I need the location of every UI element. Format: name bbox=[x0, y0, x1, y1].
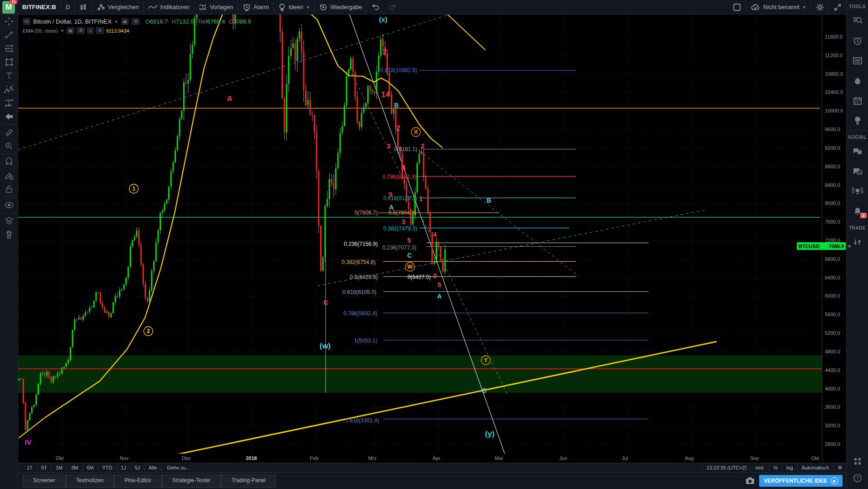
interval-3M[interactable]: 3M bbox=[67, 465, 83, 471]
goto-date-button[interactable]: Gehe zu... bbox=[161, 465, 195, 470]
tool-shapes[interactable] bbox=[0, 55, 18, 69]
scale-option-verl[interactable]: verl. bbox=[751, 465, 769, 471]
tab-textnotizen[interactable]: Textnotizen bbox=[66, 474, 114, 488]
interval-Alle[interactable]: Alle bbox=[145, 465, 161, 471]
save-layout-button[interactable]: Nicht benannt ▼ bbox=[746, 0, 811, 15]
symbol-title[interactable]: Bitcoin / Dollar, 1D, BITFINEX bbox=[33, 18, 112, 25]
tool-remove-all[interactable] bbox=[0, 228, 18, 241]
publish-idea-button[interactable]: VERÖFFENTLICHE IDEE ▶ bbox=[759, 475, 843, 487]
chevron-down-icon[interactable]: ▼ bbox=[60, 29, 64, 33]
indicators-button[interactable]: Indikatoren bbox=[144, 0, 194, 15]
price-tick-label: 5600.0 bbox=[825, 312, 840, 317]
user-avatar[interactable]: M 11 bbox=[2, 1, 15, 14]
tool-zoom-in[interactable] bbox=[0, 139, 18, 153]
source-code-icon[interactable]: ≡ bbox=[87, 27, 93, 34]
tool-ruler[interactable] bbox=[0, 126, 18, 139]
scale-option-%[interactable]: % bbox=[769, 465, 782, 471]
candle-down bbox=[318, 171, 319, 225]
templates-button[interactable]: Vorlagen bbox=[195, 0, 238, 15]
eye-icon[interactable]: ◉ bbox=[67, 27, 75, 34]
extensions-button[interactable] bbox=[853, 457, 862, 467]
tab-strategie-tester[interactable]: Strategie-Tester bbox=[162, 474, 221, 488]
interval-6M[interactable]: 6M bbox=[83, 465, 98, 471]
alert-button[interactable]: Alarm bbox=[238, 0, 273, 15]
alerts-widget-button[interactable] bbox=[847, 31, 868, 51]
tool-hide-all[interactable] bbox=[0, 198, 18, 212]
eye-icon[interactable]: ◉ bbox=[121, 18, 129, 25]
undo-button[interactable] bbox=[367, 0, 384, 15]
public-chat-button[interactable] bbox=[847, 142, 868, 161]
tab-screener[interactable]: Screener bbox=[23, 474, 66, 488]
fib-label: 0(7806.7) bbox=[355, 210, 378, 216]
snapshot-button[interactable] bbox=[746, 477, 755, 485]
wave-label: 2 bbox=[147, 328, 150, 334]
tool-drawing-lock[interactable] bbox=[0, 169, 18, 182]
clock[interactable]: 13:22:35 (UTC+2) bbox=[702, 465, 751, 471]
screener-widget-button[interactable] bbox=[847, 11, 868, 31]
tab-pine-editor[interactable]: Pine-Editor bbox=[114, 474, 161, 488]
wave-label: X bbox=[414, 128, 418, 135]
notes-widget-button[interactable] bbox=[847, 51, 868, 71]
calendar-widget-button[interactable] bbox=[847, 91, 868, 111]
tool-text[interactable] bbox=[0, 69, 18, 83]
time-axis[interactable]: OktNovDez2018FebMrzAprMaiJunJulAugSepOkt bbox=[18, 454, 822, 463]
candle-up bbox=[35, 395, 37, 405]
sidebar-collapse-arrow[interactable]: ◀ bbox=[847, 244, 850, 248]
tool-lock-all[interactable] bbox=[0, 182, 18, 196]
candles-icon bbox=[79, 3, 88, 11]
replay-button[interactable]: Wiedergabe bbox=[315, 0, 366, 15]
streams-button[interactable] bbox=[847, 181, 868, 201]
lightbulb-icon bbox=[278, 3, 286, 11]
close-icon[interactable]: ✕ bbox=[96, 27, 103, 34]
tool-crosshair[interactable] bbox=[0, 15, 18, 28]
chart-properties-button[interactable] bbox=[811, 0, 829, 15]
interval-button[interactable]: D bbox=[61, 0, 74, 15]
indicator-title[interactable]: EMA (55, close) bbox=[23, 28, 58, 34]
tool-magnet[interactable] bbox=[0, 155, 18, 169]
candle-up bbox=[181, 111, 182, 119]
candle-down bbox=[138, 230, 140, 244]
gear-icon[interactable]: ⚙ bbox=[132, 18, 140, 25]
trading-panel-button[interactable] bbox=[847, 232, 868, 252]
compare-button[interactable]: Vergleichen bbox=[93, 0, 143, 15]
legend-collapse-icon[interactable]: ⊟ bbox=[23, 18, 30, 25]
chart-style-button[interactable] bbox=[75, 0, 92, 15]
price-tick-label: 6800.0 bbox=[825, 256, 840, 262]
ideas-widget-button[interactable] bbox=[847, 111, 868, 131]
tool-fib-retracement[interactable] bbox=[0, 42, 18, 55]
fib-retracement-icon bbox=[5, 44, 14, 53]
chart-canvas[interactable]: 0.618(10882.8)0(9181.1)0.786(8591.3)0.61… bbox=[18, 15, 822, 463]
fullscreen-button[interactable] bbox=[829, 0, 846, 15]
interval-5J[interactable]: 5J bbox=[131, 465, 145, 471]
close-value: 7086.9 bbox=[233, 18, 251, 25]
tool-trend-line[interactable] bbox=[0, 28, 18, 42]
candle-up bbox=[160, 213, 161, 230]
candle-down bbox=[359, 122, 360, 127]
axis-settings-button[interactable]: ⚙ bbox=[833, 465, 846, 471]
interval-1M[interactable]: 1M bbox=[52, 465, 67, 471]
tool-arrow-back[interactable] bbox=[0, 110, 18, 123]
interval-YTD[interactable]: YTD bbox=[98, 465, 117, 471]
layout-select-button[interactable] bbox=[728, 0, 746, 15]
tool-prediction[interactable] bbox=[0, 96, 18, 110]
zoom-in-icon bbox=[5, 142, 14, 151]
question-mark-icon: ? bbox=[853, 474, 862, 483]
hotlists-widget-button[interactable] bbox=[847, 71, 868, 91]
tab-trading-panel[interactable]: Trading-Panel bbox=[221, 474, 276, 488]
interval-1J[interactable]: 1J bbox=[117, 465, 131, 471]
ideas-button[interactable]: Ideen ▼ bbox=[274, 0, 314, 15]
private-chat-button[interactable]: PM bbox=[847, 161, 868, 181]
chevron-down-icon[interactable]: ▼ bbox=[114, 20, 118, 24]
interval-1T[interactable]: 1T bbox=[23, 465, 37, 471]
scale-option-Automatisch[interactable]: Automatisch bbox=[797, 465, 834, 471]
price-axis[interactable]: 11600.011200.010800.010400.010000.09600.… bbox=[822, 15, 846, 463]
scale-option-log[interactable]: log bbox=[782, 465, 797, 471]
tool-elliott-wave[interactable]: AC bbox=[0, 83, 18, 96]
redo-button[interactable] bbox=[384, 0, 401, 15]
notifications-button[interactable]: 1 bbox=[847, 201, 868, 221]
symbol-search-button[interactable]: BITFINEX:B bbox=[18, 0, 61, 15]
tool-object-tree[interactable] bbox=[0, 214, 18, 228]
help-button[interactable]: ? bbox=[853, 474, 862, 484]
interval-5T[interactable]: 5T bbox=[37, 465, 52, 471]
gear-icon[interactable]: ⚙ bbox=[77, 27, 85, 34]
